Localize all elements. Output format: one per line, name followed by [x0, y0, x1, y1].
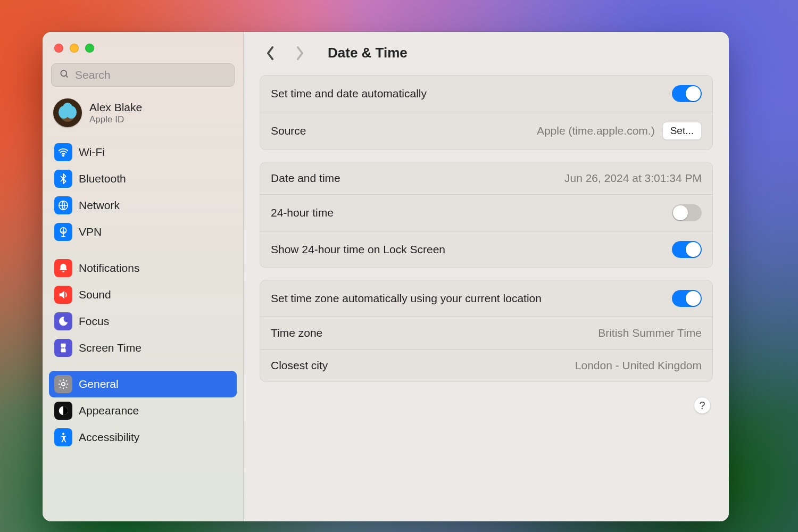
bluetooth-icon: [54, 170, 72, 188]
row-label: Source: [271, 124, 306, 137]
sidebar-item-accessibility[interactable]: Accessibility: [49, 424, 237, 451]
svg-point-2: [63, 155, 64, 156]
sidebar-item-label: Screen Time: [79, 342, 142, 354]
row-label: 24-hour time: [271, 206, 334, 219]
toggle-auto-tz[interactable]: [672, 290, 702, 307]
screentime-icon: [54, 339, 72, 357]
header: Date & Time: [260, 45, 713, 61]
wifi-icon: [54, 143, 72, 161]
sidebar-item-label: Wi-Fi: [79, 146, 105, 159]
sidebar-item-label: Accessibility: [79, 431, 139, 444]
window-controls: [49, 41, 237, 63]
focus-icon: [54, 312, 72, 330]
row-label: Time zone: [271, 327, 322, 339]
svg-point-0: [61, 70, 66, 76]
row-label: Closest city: [271, 359, 328, 372]
source-value: Apple (time.apple.com.): [537, 124, 655, 137]
sidebar-item-label: VPN: [79, 226, 102, 238]
row-24hour: 24-hour time: [260, 194, 712, 231]
toggle-auto-time[interactable]: [672, 85, 702, 102]
svg-line-1: [66, 76, 68, 78]
sidebar-item-appearance[interactable]: Appearance: [49, 397, 237, 424]
city-value: London - United Kingdom: [575, 359, 702, 372]
row-source: Source Apple (time.apple.com.) Set...: [260, 112, 712, 149]
general-icon: [54, 375, 72, 393]
sidebar-item-label: Focus: [79, 315, 109, 328]
network-icon: [54, 196, 72, 214]
sidebar-item-screentime[interactable]: Screen Time: [49, 335, 237, 361]
settings-window: Alex Blake Apple ID Wi-Fi Bluetooth: [43, 32, 729, 521]
set-source-button[interactable]: Set...: [662, 122, 702, 140]
page-title: Date & Time: [328, 45, 408, 61]
row-label: Show 24-hour time on Lock Screen: [271, 243, 445, 256]
date-time-value: Jun 26, 2024 at 3:01:34 PM: [564, 172, 702, 185]
row-tz: Time zone British Summer Time: [260, 317, 712, 349]
row-auto-time: Set time and date automatically: [260, 76, 712, 112]
help-button[interactable]: ?: [694, 397, 711, 414]
group-timezone: Set time zone automatically using your c…: [260, 280, 713, 382]
sidebar: Alex Blake Apple ID Wi-Fi Bluetooth: [43, 32, 244, 521]
appearance-icon: [54, 402, 72, 420]
search-input[interactable]: [75, 69, 227, 81]
toggle-24hour-lock[interactable]: [672, 241, 702, 258]
notifications-icon: [54, 259, 72, 277]
tz-value: British Summer Time: [598, 327, 702, 339]
vpn-icon: [54, 223, 72, 241]
group-auto-time: Set time and date automatically Source A…: [260, 75, 713, 150]
search-icon: [59, 69, 70, 81]
sidebar-item-wifi[interactable]: Wi-Fi: [49, 139, 237, 165]
row-date-time: Date and time Jun 26, 2024 at 3:01:34 PM: [260, 162, 712, 194]
sidebar-list: Wi-Fi Bluetooth Network: [49, 139, 237, 451]
row-city: Closest city London - United Kingdom: [260, 349, 712, 381]
account-sub: Apple ID: [89, 114, 142, 125]
sidebar-item-label: Network: [79, 199, 120, 212]
sidebar-item-vpn[interactable]: VPN: [49, 219, 237, 245]
content-pane: Date & Time Set time and date automatica…: [244, 32, 729, 521]
sidebar-item-focus[interactable]: Focus: [49, 308, 237, 335]
row-24hour-lock: Show 24-hour time on Lock Screen: [260, 231, 712, 268]
sidebar-item-label: Bluetooth: [79, 172, 126, 185]
search-field[interactable]: [51, 63, 235, 87]
sidebar-item-network[interactable]: Network: [49, 192, 237, 219]
svg-point-9: [62, 433, 64, 435]
zoom-icon[interactable]: [85, 44, 94, 53]
accessibility-icon: [54, 428, 72, 446]
sidebar-item-bluetooth[interactable]: Bluetooth: [49, 165, 237, 192]
row-label: Set time and date automatically: [271, 87, 427, 100]
sidebar-item-label: General: [79, 378, 119, 390]
sidebar-item-general[interactable]: General: [49, 371, 237, 397]
sidebar-item-label: Appearance: [79, 404, 139, 417]
toggle-24hour[interactable]: [672, 204, 702, 221]
sidebar-item-notifications[interactable]: Notifications: [49, 255, 237, 281]
sidebar-item-label: Sound: [79, 288, 111, 301]
back-button[interactable]: [263, 46, 278, 61]
svg-point-7: [62, 383, 65, 386]
sidebar-item-sound[interactable]: Sound: [49, 281, 237, 308]
sidebar-item-label: Notifications: [79, 262, 139, 275]
account-name: Alex Blake: [89, 101, 142, 114]
row-auto-tz: Set time zone automatically using your c…: [260, 280, 712, 317]
minimize-icon[interactable]: [70, 44, 79, 53]
sound-icon: [54, 286, 72, 304]
row-label: Date and time: [271, 172, 340, 185]
group-date-time: Date and time Jun 26, 2024 at 3:01:34 PM…: [260, 162, 713, 268]
account-row[interactable]: Alex Blake Apple ID: [49, 96, 237, 139]
row-label: Set time zone automatically using your c…: [271, 292, 542, 305]
avatar: [53, 98, 82, 127]
close-icon[interactable]: [54, 44, 63, 53]
forward-button: [293, 46, 307, 61]
